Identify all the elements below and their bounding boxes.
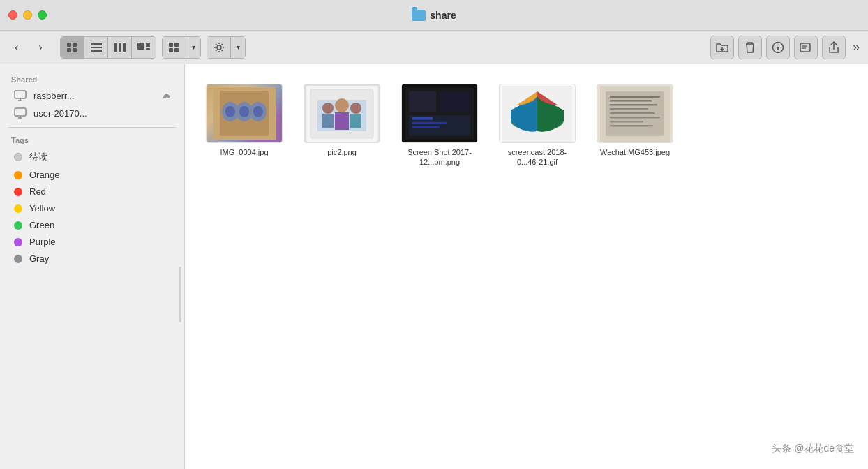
- sidebar-item-label-user2017: user-20170...: [33, 108, 87, 119]
- file-item-screencast[interactable]: screencast 2018-0...46-21.gif: [492, 78, 583, 173]
- info-button[interactable]: [766, 36, 790, 59]
- minimize-button[interactable]: [23, 10, 32, 20]
- chevron-down-icon: ▾: [192, 43, 195, 51]
- svg-rect-62: [610, 96, 660, 98]
- tag-dot-purple: [14, 238, 22, 246]
- svg-point-38: [225, 106, 235, 117]
- file-item-wechat[interactable]: WechatIMG453.jpeg: [590, 78, 680, 173]
- svg-rect-55: [412, 117, 433, 120]
- svg-rect-67: [610, 117, 660, 119]
- svg-rect-10: [137, 43, 144, 50]
- tag-dot-daidu: [14, 153, 22, 161]
- maximize-button[interactable]: [38, 10, 47, 20]
- thumb-img5: [597, 84, 673, 142]
- svg-rect-14: [169, 43, 173, 47]
- sidebar-section-shared: Shared: [0, 73, 184, 87]
- sidebar-item-tag-orange[interactable]: Orange: [3, 167, 181, 183]
- group-button[interactable]: [163, 37, 186, 58]
- forward-icon: ›: [38, 41, 42, 54]
- svg-point-18: [217, 45, 221, 50]
- svg-rect-0: [67, 43, 71, 47]
- settings-button[interactable]: [207, 37, 231, 58]
- svg-rect-45: [322, 114, 334, 128]
- svg-rect-56: [412, 122, 447, 124]
- tag-dot-orange: [14, 171, 22, 179]
- tag-dot-red: [14, 188, 22, 196]
- sidebar-item-user2017[interactable]: user-20170...: [3, 105, 181, 121]
- svg-rect-57: [412, 126, 440, 128]
- svg-point-46: [335, 98, 349, 112]
- action-settings-group: ▾: [207, 36, 246, 59]
- svg-rect-13: [146, 48, 150, 50]
- icon-view-icon: [67, 43, 78, 52]
- share-button[interactable]: [822, 36, 846, 59]
- window-title-text: share: [430, 10, 456, 21]
- sidebar-item-tag-purple[interactable]: Purple: [3, 234, 181, 250]
- settings-dropdown-button[interactable]: ▾: [231, 37, 245, 58]
- titlebar: share: [0, 0, 868, 31]
- view-list-button[interactable]: [84, 37, 108, 58]
- view-icon-button[interactable]: [61, 37, 84, 58]
- forward-button[interactable]: ›: [29, 36, 52, 59]
- file-thumbnail-img0004: [206, 84, 283, 143]
- svg-rect-49: [350, 114, 361, 128]
- file-item-img0004[interactable]: IMG_0004.jpg: [199, 78, 290, 173]
- column-view-icon: [114, 43, 126, 52]
- svg-rect-3: [73, 48, 77, 52]
- svg-rect-7: [114, 43, 117, 52]
- screenshot-preview: [402, 84, 477, 143]
- file-item-screenshot[interactable]: Screen Shot 2017-12...pm.png: [394, 78, 485, 173]
- svg-rect-30: [15, 108, 26, 116]
- group-dropdown-button[interactable]: ▾: [186, 37, 200, 58]
- window-title: share: [412, 10, 456, 21]
- more-icon: »: [853, 40, 860, 54]
- new-folder-button[interactable]: [710, 36, 734, 59]
- sidebar-item-tag-daidu[interactable]: 待读: [3, 148, 181, 166]
- view-column-button[interactable]: [108, 37, 132, 58]
- svg-point-23: [777, 44, 779, 45]
- file-item-pic2[interactable]: pic2.png: [297, 78, 387, 173]
- wechat-preview: [600, 86, 670, 142]
- label-button[interactable]: [794, 36, 818, 59]
- scroll-indicator[interactable]: [179, 267, 181, 322]
- sidebar-item-tag-yellow[interactable]: Yellow: [3, 200, 181, 216]
- label-icon: [800, 43, 812, 52]
- delete-button[interactable]: [738, 36, 762, 59]
- svg-rect-27: [15, 91, 26, 98]
- tag-dot-green: [14, 221, 22, 230]
- back-button[interactable]: ‹: [6, 36, 28, 59]
- svg-rect-11: [146, 43, 150, 45]
- tag-dot-yellow: [14, 204, 22, 213]
- svg-rect-5: [91, 47, 102, 48]
- tag-label-green: Green: [29, 220, 54, 230]
- svg-rect-8: [119, 43, 121, 52]
- file-name-wechat: WechatIMG453.jpeg: [600, 147, 670, 157]
- sidebar-item-raspberr[interactable]: raspberr... ⏏: [3, 87, 181, 104]
- close-button[interactable]: [8, 10, 17, 20]
- share-icon: [828, 41, 839, 54]
- tag-label-gray: Gray: [29, 253, 49, 264]
- sidebar-item-tag-gray[interactable]: Gray: [3, 251, 181, 267]
- file-name-screenshot: Screen Shot 2017-12...pm.png: [400, 147, 479, 168]
- svg-rect-24: [800, 43, 810, 52]
- group-view-icon: [169, 43, 180, 52]
- view-gallery-button[interactable]: [132, 37, 156, 58]
- svg-rect-63: [610, 100, 652, 102]
- view-toggle-group: [60, 36, 156, 59]
- monitor-icon-2: [14, 107, 27, 119]
- sidebar-item-tag-red[interactable]: Red: [3, 184, 181, 200]
- svg-rect-12: [146, 45, 150, 47]
- file-thumbnail-screenshot: [401, 84, 478, 143]
- chevron-down-icon2: ▾: [237, 43, 240, 51]
- eject-icon-1[interactable]: ⏏: [163, 91, 170, 100]
- sidebar-item-tag-green[interactable]: Green: [3, 217, 181, 233]
- tag-label-orange: Orange: [29, 170, 59, 180]
- svg-rect-6: [91, 50, 102, 52]
- window-controls: [8, 10, 47, 20]
- monitor-icon-1: [14, 90, 27, 101]
- list-view-icon: [91, 43, 102, 52]
- more-button[interactable]: »: [850, 36, 862, 59]
- sidebar-item-label-raspberr: raspberr...: [33, 91, 75, 101]
- group-view-toggle: ▾: [162, 36, 201, 59]
- file-thumbnail-screencast: [499, 84, 576, 143]
